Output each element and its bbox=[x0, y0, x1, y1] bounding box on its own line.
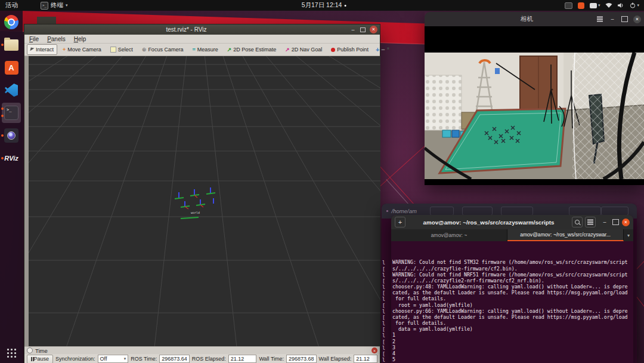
gutter-char: l bbox=[382, 357, 391, 362]
gutter-char: l bbox=[382, 321, 391, 327]
terminal-app-icon: >_ bbox=[41, 2, 48, 10]
terminal-line: 3 bbox=[392, 344, 631, 350]
hamburger-icon bbox=[587, 222, 593, 222]
tool-2d-pose-estimate[interactable]: ↗ 2D Pose Estimate bbox=[224, 44, 280, 55]
wall-time-field[interactable]: 296873.68 bbox=[286, 355, 317, 363]
keyboard-icon[interactable]: ▾ bbox=[590, 2, 600, 9]
close-panel-button[interactable]: × bbox=[371, 347, 377, 353]
gutter-char: [ bbox=[382, 290, 391, 296]
dock-item-camera-app[interactable] bbox=[0, 124, 23, 147]
close-button[interactable]: × bbox=[633, 16, 641, 23]
gutter-char: [ bbox=[382, 327, 391, 333]
tool-properties-button[interactable]: * bbox=[387, 45, 389, 54]
running-indicator bbox=[1, 115, 4, 117]
dock-item-vscode[interactable] bbox=[0, 79, 23, 101]
vscode-icon bbox=[5, 84, 18, 97]
ghost-button bbox=[462, 207, 493, 216]
search-button[interactable] bbox=[572, 217, 583, 227]
chevron-down-icon: ▾ bbox=[66, 3, 68, 8]
frame-label: world bbox=[191, 211, 200, 214]
remove-tool-button[interactable]: − bbox=[381, 45, 385, 54]
back-tab-title: /home/am bbox=[392, 208, 417, 214]
power-icon[interactable]: ▾ bbox=[630, 2, 639, 9]
collapse-icon[interactable] bbox=[27, 347, 33, 353]
gutter-char: [ bbox=[382, 303, 391, 309]
minimize-button[interactable]: – bbox=[599, 219, 610, 225]
screen-icon[interactable] bbox=[565, 2, 572, 9]
tab-crazyswarm-scripts[interactable]: amov@amov: ~/ros_ws/src/crazyswar... bbox=[507, 229, 624, 241]
fcitx-icon[interactable] bbox=[578, 2, 584, 9]
gutter-char: l bbox=[382, 272, 391, 278]
chrome-icon bbox=[4, 15, 18, 29]
ros-elapsed-field[interactable]: 21.12 bbox=[228, 355, 257, 363]
tool-interact[interactable]: Interact bbox=[27, 44, 57, 55]
maximize-button[interactable] bbox=[610, 219, 621, 225]
menu-button[interactable] bbox=[585, 217, 596, 227]
rviz-titlebar[interactable]: test.rviz* - RViz – × bbox=[24, 24, 380, 35]
dock-item-terminal[interactable]: >_ bbox=[0, 101, 23, 124]
files-icon bbox=[4, 39, 18, 51]
ghost-button bbox=[569, 207, 601, 216]
hamburger-icon bbox=[597, 19, 603, 19]
ros-time-field[interactable]: 296873.64 bbox=[159, 355, 190, 363]
ghost-button bbox=[430, 207, 454, 216]
clock-label: 5月17日 12:14 bbox=[302, 1, 342, 10]
ubuntu-software-icon: A bbox=[5, 61, 18, 75]
ros-elapsed-label: ROS Elapsed: bbox=[192, 356, 226, 362]
minimize-button[interactable]: – bbox=[606, 16, 618, 22]
terminal-output[interactable]: WARNING: Could not find STM32 firmware (… bbox=[392, 241, 631, 363]
tool-publish-point[interactable]: Publish Point bbox=[327, 44, 372, 55]
pose-estimate-icon: ↗ bbox=[227, 47, 232, 53]
terminal-line: root = yaml.load(ymlfile) bbox=[392, 302, 631, 308]
wifi-icon[interactable] bbox=[605, 2, 612, 9]
tool-select[interactable]: Select bbox=[107, 44, 137, 55]
wall-elapsed-field[interactable]: 21.12 bbox=[354, 355, 377, 363]
pause-button[interactable]: Pause bbox=[27, 355, 53, 363]
rviz-3d-viewport[interactable]: world bbox=[29, 56, 380, 353]
close-button[interactable]: × bbox=[622, 219, 630, 226]
menu-file[interactable]: File bbox=[29, 36, 39, 42]
close-button[interactable]: × bbox=[370, 26, 377, 33]
camera-window: 相机 – × bbox=[425, 12, 644, 185]
nav-goal-icon: ↗ bbox=[285, 47, 290, 53]
menu-panels[interactable]: Panels bbox=[47, 36, 66, 42]
terminal-line: cated, as the default Loader is unsafe. … bbox=[392, 314, 631, 320]
rviz-toolbar: Interact + Move Camera Select ⊕ Focus Ca… bbox=[24, 44, 380, 56]
dock-item-chrome[interactable] bbox=[0, 11, 23, 33]
dock: A >_ RViz bbox=[0, 11, 23, 363]
measure-icon: = bbox=[192, 47, 195, 53]
maximize-button[interactable] bbox=[618, 16, 630, 22]
tab-home[interactable]: amov@amov: ~ bbox=[391, 229, 507, 241]
time-panel-header[interactable]: Time × bbox=[24, 346, 380, 354]
dock-item-ubuntu-software[interactable]: A bbox=[0, 56, 23, 79]
clock-menu[interactable]: 5月17日 12:14 bbox=[302, 1, 346, 10]
camera-titlebar[interactable]: 相机 – × bbox=[425, 12, 644, 26]
terminal-titlebar[interactable]: + amov@amov: ~/ros_ws/src/crazyswarm/scr… bbox=[391, 215, 633, 229]
maximize-button[interactable] bbox=[358, 27, 367, 32]
tab-list-button[interactable]: ▾ bbox=[624, 229, 633, 241]
dock-item-rviz[interactable]: RViz bbox=[0, 147, 23, 170]
notification-dot bbox=[344, 5, 346, 7]
tool-move-camera[interactable]: + Move Camera bbox=[59, 44, 105, 55]
terminal-line: s/../../../../crazyflie2-nrf-firmware/cf… bbox=[392, 278, 631, 284]
show-applications-button[interactable] bbox=[0, 343, 23, 363]
sync-dropdown[interactable]: Off ▾ bbox=[98, 355, 129, 363]
volume-icon[interactable] bbox=[618, 2, 624, 9]
app-menu[interactable]: >_ 终端 ▾ bbox=[41, 1, 68, 10]
dock-item-files[interactable] bbox=[0, 33, 23, 56]
activities-button[interactable]: 活动 bbox=[5, 1, 18, 10]
wall-elapsed-label: Wall Elapsed: bbox=[319, 356, 352, 362]
interact-icon bbox=[30, 47, 34, 51]
running-indicator bbox=[1, 44, 4, 46]
add-tool-button[interactable]: + bbox=[376, 45, 379, 54]
new-tab-button[interactable]: + bbox=[395, 217, 405, 227]
tool-2d-nav-goal[interactable]: ↗ 2D Nav Goal bbox=[281, 44, 326, 55]
menu-button[interactable] bbox=[593, 19, 606, 19]
menu-help[interactable]: Help bbox=[74, 36, 86, 42]
select-icon bbox=[110, 47, 116, 53]
tool-measure[interactable]: = Measure bbox=[188, 44, 221, 55]
minimize-button[interactable]: – bbox=[348, 27, 358, 33]
pause-icon bbox=[31, 357, 32, 361]
terminal-window-front: + amov@amov: ~/ros_ws/src/crazyswarm/scr… bbox=[391, 215, 633, 363]
tool-focus-camera[interactable]: ⊕ Focus Camera bbox=[138, 44, 187, 55]
